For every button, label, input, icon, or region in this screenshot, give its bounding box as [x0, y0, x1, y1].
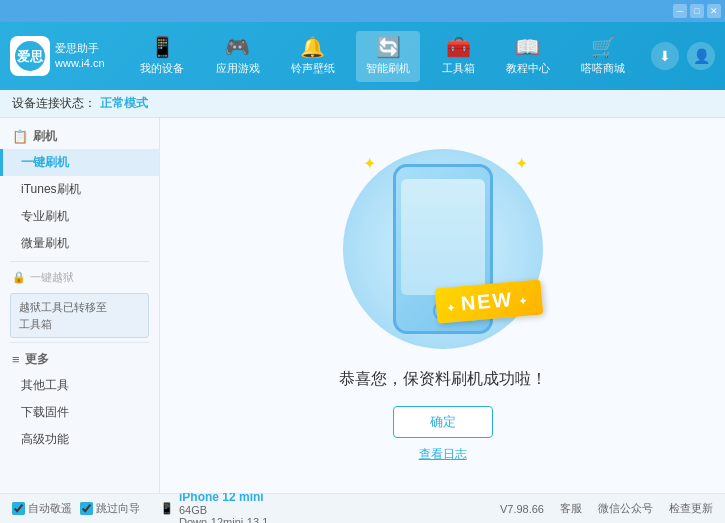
window-controls[interactable]: ─ □ ✕: [673, 4, 721, 18]
nav-apps-games[interactable]: 🎮 应用游戏: [206, 31, 270, 82]
sidebar-divider-2: [10, 342, 149, 343]
sub-header: 设备连接状态： 正常模式: [0, 90, 725, 118]
sidebar-item-micro[interactable]: 微量刷机: [0, 230, 159, 257]
close-button[interactable]: ✕: [707, 4, 721, 18]
ringtones-icon: 🔔: [300, 37, 325, 57]
lock-icon: 🔒: [12, 271, 26, 284]
sidebar-jailbreak-note: 越狱工具已转移至工具箱: [10, 293, 149, 338]
skip-wizard-checkbox[interactable]: 跳过向导: [80, 501, 140, 516]
nav-ringtones-label: 铃声壁纸: [291, 61, 335, 76]
phone-screen: [401, 179, 485, 295]
status-label: 设备连接状态：: [12, 95, 96, 112]
sidebar-item-other-tools[interactable]: 其他工具: [0, 372, 159, 399]
nav-smart-flash[interactable]: 🔄 智能刷机: [356, 31, 420, 82]
auto-connect-checkbox[interactable]: 自动敬遥: [12, 501, 72, 516]
nav-tutorial-label: 教程中心: [506, 61, 550, 76]
sidebar-section-flash: 📋 刷机: [0, 124, 159, 149]
sidebar-divider-1: [10, 261, 149, 262]
device-model: Down-12mini-13,1: [179, 516, 268, 524]
wechat-link[interactable]: 微信公众号: [598, 501, 653, 516]
check-update-link[interactable]: 检查更新: [669, 501, 713, 516]
sidebar-item-advanced[interactable]: 高级功能: [0, 426, 159, 453]
auto-connect-label: 自动敬遥: [28, 501, 72, 516]
toolbox-icon: 🧰: [446, 37, 471, 57]
skip-wizard-label: 跳过向导: [96, 501, 140, 516]
footer-right: V7.98.66 客服 微信公众号 检查更新: [500, 501, 713, 516]
back-link[interactable]: 查看日志: [419, 446, 467, 463]
logo-icon: 爱思: [10, 36, 50, 76]
sparkle-1: ✦: [363, 154, 376, 173]
my-device-icon: 📱: [150, 37, 175, 57]
sidebar-item-itunes[interactable]: iTunes刷机: [0, 176, 159, 203]
device-storage: 64GB: [179, 504, 268, 516]
sidebar-item-download-firmware[interactable]: 下载固件: [0, 399, 159, 426]
sparkle-2: ✦: [515, 154, 528, 173]
nav-my-device-label: 我的设备: [140, 61, 184, 76]
misi-store-icon: 🛒: [591, 37, 616, 57]
footer-left: 自动敬遥 跳过向导 📱 iPhone 12 mini 64GB Down-12m…: [12, 490, 500, 524]
main-content: ✦ ✦ ✦ NEW 恭喜您，保资料刷机成功啦！ 确定 查看日志: [160, 118, 725, 493]
flash-section-icon: 📋: [12, 129, 28, 144]
sidebar-section-jailbreak: 🔒 一键越狱: [0, 266, 159, 289]
customer-service-link[interactable]: 客服: [560, 501, 582, 516]
nav-smart-flash-label: 智能刷机: [366, 61, 410, 76]
nav-misi-store-label: 嗒嗒商城: [581, 61, 625, 76]
logo-text: 爱思助手 www.i4.cn: [55, 41, 105, 72]
sidebar-section-more: ≡ 更多: [0, 347, 159, 372]
more-section-icon: ≡: [12, 352, 20, 367]
sidebar-item-one-click[interactable]: 一键刷机: [0, 149, 159, 176]
device-phone-icon: 📱: [160, 502, 174, 515]
download-button[interactable]: ⬇: [651, 42, 679, 70]
header: 爱思 爱思助手 www.i4.cn 📱 我的设备 🎮 应用游戏 🔔 铃声壁纸 🔄…: [0, 22, 725, 90]
tutorial-icon: 📖: [515, 37, 540, 57]
nav-misi-store[interactable]: 🛒 嗒嗒商城: [571, 31, 635, 82]
nav-toolbox-label: 工具箱: [442, 61, 475, 76]
logo: 爱思 爱思助手 www.i4.cn: [10, 36, 105, 76]
device-info: 📱 iPhone 12 mini 64GB Down-12mini-13,1: [160, 490, 268, 524]
smart-flash-icon: 🔄: [376, 37, 401, 57]
svg-text:爱思: 爱思: [17, 49, 44, 64]
status-value: 正常模式: [100, 95, 148, 112]
title-bar: ─ □ ✕: [0, 0, 725, 22]
user-button[interactable]: 👤: [687, 42, 715, 70]
success-text: 恭喜您，保资料刷机成功啦！: [339, 369, 547, 390]
footer: 自动敬遥 跳过向导 📱 iPhone 12 mini 64GB Down-12m…: [0, 493, 725, 523]
sidebar: 📋 刷机 一键刷机 iTunes刷机 专业刷机 微量刷机 🔒 一键越狱 越狱工具…: [0, 118, 160, 493]
nav-tutorial[interactable]: 📖 教程中心: [496, 31, 560, 82]
nav-bar: 📱 我的设备 🎮 应用游戏 🔔 铃声壁纸 🔄 智能刷机 🧰 工具箱 📖 教程中心…: [125, 31, 641, 82]
nav-toolbox[interactable]: 🧰 工具箱: [432, 31, 485, 82]
nav-ringtones[interactable]: 🔔 铃声壁纸: [281, 31, 345, 82]
sidebar-item-pro[interactable]: 专业刷机: [0, 203, 159, 230]
apps-games-icon: 🎮: [225, 37, 250, 57]
nav-my-device[interactable]: 📱 我的设备: [130, 31, 194, 82]
header-right: ⬇ 👤: [651, 42, 715, 70]
maximize-button[interactable]: □: [690, 4, 704, 18]
minimize-button[interactable]: ─: [673, 4, 687, 18]
version-label: V7.98.66: [500, 503, 544, 515]
phone-illustration: ✦ ✦ ✦ NEW: [333, 149, 553, 349]
skip-wizard-input[interactable]: [80, 502, 93, 515]
nav-apps-games-label: 应用游戏: [216, 61, 260, 76]
main-layout: 📋 刷机 一键刷机 iTunes刷机 专业刷机 微量刷机 🔒 一键越狱 越狱工具…: [0, 118, 725, 493]
confirm-button[interactable]: 确定: [393, 406, 493, 438]
auto-connect-input[interactable]: [12, 502, 25, 515]
